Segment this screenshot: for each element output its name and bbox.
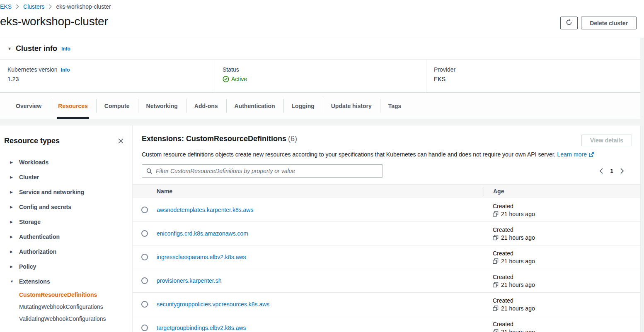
sidebar-item-authentication[interactable]: ▶Authentication bbox=[4, 229, 126, 244]
tab-tags[interactable]: Tags bbox=[380, 93, 410, 119]
age-value-line: 21 hours ago bbox=[493, 329, 640, 332]
copy-icon[interactable] bbox=[493, 329, 499, 332]
crd-name-link[interactable]: provisioners.karpenter.sh bbox=[157, 277, 221, 284]
table-row: provisioners.karpenter.shCreated21 hours… bbox=[133, 269, 640, 293]
tab-authentication[interactable]: Authentication bbox=[226, 93, 283, 119]
cluster-info-title: Cluster info bbox=[16, 44, 57, 53]
crd-name-link[interactable]: awsnodetemplates.karpenter.k8s.aws bbox=[157, 207, 253, 213]
tab-add-ons[interactable]: Add-ons bbox=[186, 93, 226, 119]
filter-input[interactable] bbox=[156, 168, 378, 174]
table-row: targetgroupbindings.elbv2.k8s.awsCreated… bbox=[133, 316, 640, 332]
sidebar-title: Resource types bbox=[4, 137, 60, 145]
status-text: Active bbox=[231, 76, 247, 82]
cluster-info-header[interactable]: ▼ Cluster info Info bbox=[0, 38, 640, 60]
copy-icon[interactable] bbox=[493, 282, 499, 288]
row-radio-button[interactable] bbox=[141, 230, 148, 237]
row-select-cell bbox=[133, 254, 157, 260]
row-name-cell: ingressclassparams.elbv2.k8s.aws bbox=[157, 254, 484, 260]
sidebar-item-authorization[interactable]: ▶Authorization bbox=[4, 244, 126, 259]
row-age-cell: Created21 hours ago bbox=[484, 274, 640, 288]
row-radio-button[interactable] bbox=[141, 254, 148, 260]
crd-name-link[interactable]: targetgroupbindings.elbv2.k8s.aws bbox=[157, 325, 246, 331]
chevron-down-icon: ▼ bbox=[10, 279, 14, 284]
table-body: awsnodetemplates.karpenter.k8s.awsCreate… bbox=[133, 198, 640, 332]
page-number[interactable]: 1 bbox=[610, 168, 613, 174]
search-icon bbox=[146, 168, 153, 174]
sidebar-subitem-customresourcedefinitions[interactable]: CustomResourceDefinitions bbox=[4, 289, 126, 301]
copy-icon[interactable] bbox=[493, 258, 499, 264]
page-title: eks-workshop-cluster bbox=[0, 15, 108, 28]
previous-page-icon[interactable] bbox=[599, 168, 603, 174]
copy-icon[interactable] bbox=[493, 235, 499, 241]
age-value-line: 21 hours ago bbox=[493, 258, 640, 265]
cluster-info-panel: ▼ Cluster info Info Kubernetes version I… bbox=[0, 38, 640, 93]
sidebar-subitem-validatingwebhookconfigurations[interactable]: ValidatingWebhookConfigurations bbox=[4, 313, 126, 325]
tab-networking[interactable]: Networking bbox=[138, 93, 186, 119]
age-value: 21 hours ago bbox=[501, 234, 535, 241]
table-row: eniconfigs.crd.k8s.amazonaws.comCreated2… bbox=[133, 222, 640, 245]
sidebar-item-extensions[interactable]: ▼Extensions bbox=[4, 274, 126, 289]
copy-icon[interactable] bbox=[493, 211, 499, 217]
tab-overview[interactable]: Overview bbox=[7, 93, 50, 119]
crd-title: Extensions: CustomResourceDefinitions bbox=[142, 135, 286, 143]
chevron-right-icon: ▶ bbox=[10, 265, 14, 269]
sidebar-item-policy[interactable]: ▶Policy bbox=[4, 259, 126, 274]
next-page-icon[interactable] bbox=[620, 168, 625, 174]
close-icon[interactable] bbox=[116, 136, 126, 146]
row-age-cell: Created21 hours ago bbox=[484, 297, 640, 312]
sidebar-subitem-mutatingwebhookconfigurations[interactable]: MutatingWebhookConfigurations bbox=[4, 301, 126, 313]
sidebar-item-label: Service and networking bbox=[19, 189, 84, 195]
sidebar-list: ▶Workloads▶Cluster▶Service and networkin… bbox=[4, 155, 126, 325]
row-radio-button[interactable] bbox=[141, 207, 148, 213]
row-radio-button[interactable] bbox=[141, 325, 148, 331]
pagination: 1 bbox=[599, 168, 625, 174]
external-link-icon bbox=[588, 152, 594, 159]
breadcrumb-link-clusters[interactable]: Clusters bbox=[23, 3, 44, 10]
breadcrumb-link-eks[interactable]: EKS bbox=[0, 3, 12, 10]
age-created-label: Created bbox=[493, 321, 640, 327]
row-name-cell: awsnodetemplates.karpenter.k8s.aws bbox=[157, 207, 484, 213]
row-radio-button[interactable] bbox=[141, 301, 148, 308]
learn-more-link[interactable]: Learn more bbox=[557, 151, 587, 158]
sidebar-item-label: Storage bbox=[19, 219, 41, 225]
sidebar-item-service-and-networking[interactable]: ▶Service and networking bbox=[4, 185, 126, 200]
chevron-right-icon: ▶ bbox=[10, 175, 14, 179]
copy-icon[interactable] bbox=[493, 306, 499, 311]
tab-logging[interactable]: Logging bbox=[283, 93, 323, 119]
chevron-right-icon: ▶ bbox=[10, 250, 14, 254]
age-created-label: Created bbox=[493, 297, 640, 304]
table-row: awsnodetemplates.karpenter.k8s.awsCreate… bbox=[133, 198, 640, 222]
sidebar-item-cluster[interactable]: ▶Cluster bbox=[4, 170, 126, 185]
chevron-right-icon: ▶ bbox=[10, 190, 14, 194]
row-age-cell: Created21 hours ago bbox=[484, 226, 640, 241]
age-value-line: 21 hours ago bbox=[493, 234, 640, 241]
cluster-info-info-link[interactable]: Info bbox=[61, 46, 70, 52]
sidebar-item-label: Extensions bbox=[19, 278, 50, 285]
sidebar-item-label: Cluster bbox=[19, 174, 39, 180]
title-actions: Delete cluster bbox=[560, 17, 637, 29]
filter-search-box[interactable] bbox=[142, 164, 383, 178]
crd-name-link[interactable]: eniconfigs.crd.k8s.amazonaws.com bbox=[157, 230, 248, 237]
crd-name-link[interactable]: securitygrouppolicies.vpcresources.k8s.a… bbox=[157, 301, 269, 308]
resource-types-sidebar: Resource types ▶Workloads▶Cluster▶Servic… bbox=[0, 125, 133, 332]
table-row: ingressclassparams.elbv2.k8s.awsCreated2… bbox=[133, 245, 640, 269]
sidebar-item-label: Authorization bbox=[19, 248, 56, 255]
row-select-cell bbox=[133, 230, 157, 237]
crd-name-link[interactable]: ingressclassparams.elbv2.k8s.aws bbox=[157, 254, 246, 260]
sidebar-item-storage[interactable]: ▶Storage bbox=[4, 214, 126, 229]
breadcrumb-separator-icon bbox=[16, 4, 19, 9]
kubernetes-version-info-link[interactable]: Info bbox=[61, 67, 70, 73]
view-details-button[interactable]: View details bbox=[581, 135, 632, 146]
tab-compute[interactable]: Compute bbox=[96, 93, 138, 119]
breadcrumb: EKS Clusters eks-workshop-cluster bbox=[0, 0, 640, 12]
age-value-line: 21 hours ago bbox=[493, 211, 640, 217]
tab-resources[interactable]: Resources bbox=[50, 93, 96, 119]
refresh-button[interactable] bbox=[560, 17, 578, 29]
tab-update-history[interactable]: Update history bbox=[323, 93, 380, 119]
crd-description: Custom resource definitions objects crea… bbox=[142, 151, 632, 159]
delete-cluster-button[interactable]: Delete cluster bbox=[581, 17, 637, 29]
sidebar-item-workloads[interactable]: ▶Workloads bbox=[4, 155, 126, 170]
row-radio-button[interactable] bbox=[141, 277, 148, 284]
age-value: 21 hours ago bbox=[501, 258, 535, 265]
sidebar-item-config-and-secrets[interactable]: ▶Config and secrets bbox=[4, 200, 126, 214]
